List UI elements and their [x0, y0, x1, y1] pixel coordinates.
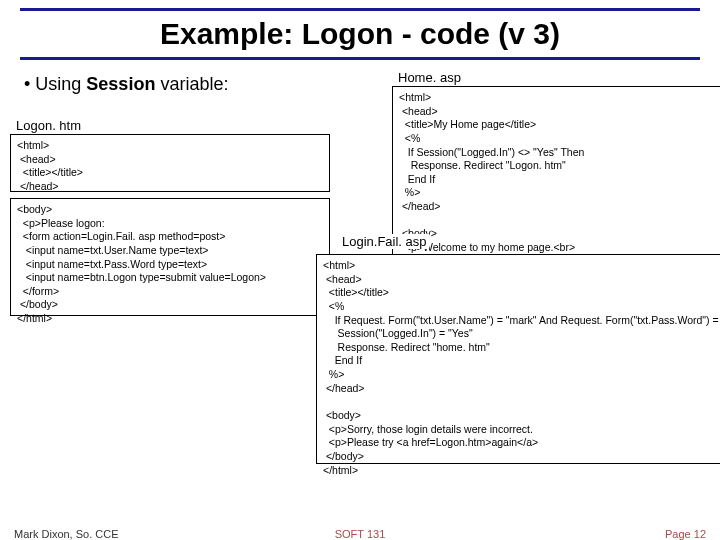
code-logon-body: <body> <p>Please logon: <form action=Log… — [10, 198, 330, 316]
footer-author: Mark Dixon, So. CCE — [14, 528, 119, 540]
footer-page: Page 12 — [665, 528, 706, 540]
label-loginfail: Login.Fail. asp — [340, 234, 429, 249]
code-loginfail: <html> <head> <title></title> <% If Requ… — [316, 254, 720, 464]
footer-course: SOFT 131 — [335, 528, 386, 540]
slide-title: Example: Logon - code (v 3) — [20, 17, 700, 51]
label-logon: Logon. htm — [14, 118, 83, 133]
code-logon-head: <html> <head> <title></title> </head> — [10, 134, 330, 192]
label-home: Home. asp — [396, 70, 463, 85]
